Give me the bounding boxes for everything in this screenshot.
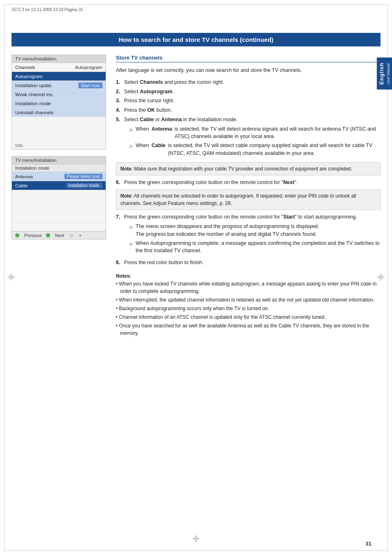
- tv-menu-panel-2: TV menu/Installation Installation mode A…: [12, 156, 106, 240]
- notes-item-5: Once you have searched for as well the a…: [116, 322, 380, 337]
- autoprogram-label: Autoprogram: [15, 74, 102, 79]
- note1-text: : Make sure that registration with your …: [131, 166, 352, 172]
- note1-label: Note: [120, 166, 131, 172]
- next-label[interactable]: Next: [55, 233, 65, 238]
- notes-title: Notes:: [116, 272, 380, 280]
- weak-channel-row[interactable]: Weak channel ins.: [12, 90, 106, 99]
- notes-item-3: Background autoprogramming occurs only w…: [116, 305, 380, 312]
- nav-icon-2: ●: [79, 233, 81, 237]
- step-3: 3. Press the cursor right.: [116, 97, 380, 105]
- channels-value: Autoprogram: [75, 65, 102, 70]
- empty-row-2: [12, 125, 106, 134]
- antenna-value: Please select your: [65, 174, 102, 179]
- autoprogram-row[interactable]: Autoprogram: [12, 72, 106, 81]
- cable-label: Cable: [15, 183, 66, 188]
- cable-row[interactable]: Cable installation mode.: [12, 181, 106, 190]
- note2-text: : All channels must be unlocked in order…: [120, 193, 356, 206]
- note-box-1: Note: Make sure that registration with y…: [116, 162, 380, 175]
- empty-row-p2-1: [12, 190, 106, 198]
- next-dot: [46, 233, 50, 237]
- weak-channel-label: Weak channel ins.: [15, 92, 102, 97]
- empty-row-p2-2: [12, 198, 106, 207]
- page-title: How to search for and store TV channels …: [12, 33, 380, 46]
- page-number: 31: [366, 541, 371, 547]
- step-2: 2. Select Autoprogram.: [116, 88, 380, 96]
- notes-item-4: Channel information of an ATSC channel i…: [116, 313, 380, 321]
- header-stamp: 2572.3 en 13-11-2006 13:18 Pagina 31: [12, 7, 83, 12]
- tv-menu-panel-1: TV menu/Installation Channels Autoprogra…: [12, 55, 106, 150]
- antenna-row[interactable]: Antenna Please select your: [12, 172, 106, 181]
- panel1-header: TV menu/Installation: [12, 55, 106, 63]
- empty-row-p2-4: [12, 215, 106, 223]
- step-8: 8. Press the red color button to finish.: [116, 259, 380, 267]
- right-column: Store TV channels After language is set …: [116, 55, 380, 338]
- side-tab-sub: User Manual: [386, 63, 390, 84]
- step-7: 7. Press the green corresponding color b…: [116, 213, 380, 256]
- two-column-layout: TV menu/Installation Channels Autoprogra…: [12, 55, 380, 338]
- left-column: TV menu/Installation Channels Autoprogra…: [12, 55, 106, 338]
- step5-sub2: When Cable is selected, the TV will dete…: [130, 142, 380, 157]
- panel2-header: TV menu/Installation: [12, 157, 106, 164]
- step-4: 4. Press the OK button.: [116, 106, 380, 114]
- side-tab: English User Manual: [377, 58, 392, 90]
- step7-subitems: The menu screen disappears and the progr…: [130, 223, 380, 255]
- right-crosshair: [377, 273, 385, 281]
- bottom-crosshair-container: [192, 535, 200, 543]
- step5-subitems: When Antenna is selected, the TV will de…: [130, 125, 380, 157]
- note2-label: Note: [120, 193, 131, 199]
- empty-row-3: [12, 134, 106, 142]
- intro-text: After language is set correctly, you can…: [116, 67, 380, 74]
- installation-mode-row[interactable]: Installation mode: [12, 99, 106, 108]
- empty-row-1: [12, 117, 106, 125]
- step7-list: 7. Press the green corresponding color b…: [116, 213, 380, 256]
- empty-row-p2-5: [12, 223, 106, 231]
- section-title: Store TV channels: [116, 55, 380, 62]
- left-crosshair-container: [7, 273, 15, 282]
- previous-dot: [15, 233, 19, 237]
- step6-list: 6. Press the green corresponding color b…: [116, 179, 380, 187]
- main-content: How to search for and store TV channels …: [12, 33, 380, 338]
- uninstall-channels-row[interactable]: Uninstall channels: [12, 108, 106, 117]
- notes-section: Notes: When you have locked TV channels …: [116, 272, 380, 337]
- step7-sub1: The menu screen disappears and the progr…: [130, 223, 380, 238]
- channels-label: Channels: [15, 65, 75, 70]
- notes-item-1: When you have locked TV channels while i…: [116, 280, 380, 295]
- left-crosshair: [7, 273, 15, 281]
- start-now-button[interactable]: Start now: [78, 83, 102, 88]
- channels-row: Channels Autoprogram: [12, 63, 106, 72]
- notes-item-2: When interrupted, the updated channel in…: [116, 296, 380, 304]
- nav-bar: Previous Next ◎ ●: [12, 231, 106, 239]
- panel2-subheader: Installation mode: [12, 164, 106, 172]
- step-1: 1. Select Channels and press the cursor …: [116, 78, 380, 86]
- empty-row-p2-3: [12, 207, 106, 215]
- installation-updat-label: Installation updat.: [15, 83, 78, 88]
- cable-value: installation mode.: [66, 183, 102, 188]
- bottom-crosshair: [192, 535, 200, 542]
- uninstall-channels-label: Uninstall channels: [15, 110, 102, 115]
- right-crosshair-container: [377, 273, 385, 282]
- info-label: Info: [12, 142, 106, 149]
- step8-list: 8. Press the red color button to finish.: [116, 259, 380, 267]
- installation-mode-label: Installation mode: [15, 101, 102, 106]
- steps-list: 1. Select Channels and press the cursor …: [116, 78, 380, 159]
- step5-sub1: When Antenna is selected, the TV will de…: [130, 125, 380, 141]
- nav-icon-1: ◎: [70, 233, 73, 237]
- step-6: 6. Press the green corresponding color b…: [116, 179, 380, 187]
- step-5: 5. Select Cable or Antenna in the Instal…: [116, 116, 380, 159]
- note-box-2: Note: All channels must be unlocked in o…: [116, 189, 380, 210]
- installation-updat-row[interactable]: Installation updat. Start now: [12, 81, 106, 90]
- notes-list: When you have locked TV channels while i…: [116, 280, 380, 337]
- antenna-label: Antenna: [15, 174, 65, 179]
- side-tab-language: English: [378, 62, 385, 85]
- step7-sub2: When Autoprogramming is complete, a mess…: [130, 240, 380, 255]
- previous-label[interactable]: Previous: [24, 233, 42, 238]
